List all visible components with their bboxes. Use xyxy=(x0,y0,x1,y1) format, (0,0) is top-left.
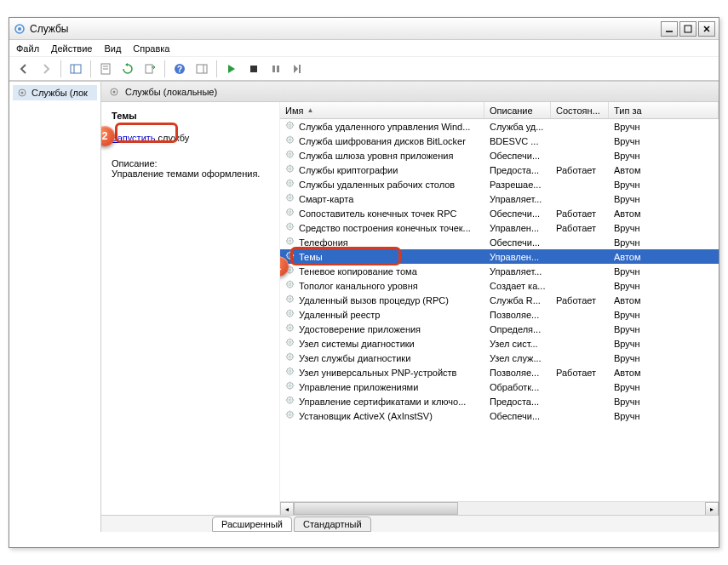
service-description: Обеспечи... xyxy=(484,237,551,248)
svg-rect-3 xyxy=(685,26,691,32)
pane-header: Службы (локальные) xyxy=(101,82,719,102)
description-text: Управление темами оформления. xyxy=(112,168,269,179)
menu-action[interactable]: Действие xyxy=(51,43,92,54)
service-name: Средство построения конечных точек... xyxy=(299,223,471,233)
column-startup-type[interactable]: Тип за xyxy=(609,102,719,118)
view-tabs: Расширенный Стандартный xyxy=(101,515,719,532)
column-state[interactable]: Состоян... xyxy=(551,102,609,118)
service-row[interactable]: Средство построения конечных точек...Упр… xyxy=(280,220,719,235)
service-name: Служба шлюза уровня приложения xyxy=(299,151,453,161)
separator xyxy=(60,60,61,77)
service-row[interactable]: Теневое копирование томаУправляет...Вруч… xyxy=(280,264,719,278)
service-description: Управляет... xyxy=(484,266,551,277)
svg-point-31 xyxy=(289,225,291,227)
service-description: Позволяе... xyxy=(484,310,551,320)
svg-point-37 xyxy=(289,311,291,314)
service-row[interactable]: Удостоверение приложенияОпределя...Вручн xyxy=(280,322,719,336)
svg-point-1 xyxy=(18,27,21,31)
service-name: Темы xyxy=(299,252,323,262)
menu-view[interactable]: Вид xyxy=(104,43,121,54)
service-list[interactable]: Служба удаленного управления Wind...Служ… xyxy=(280,119,719,501)
menu-help[interactable]: Справка xyxy=(133,43,169,54)
gear-icon xyxy=(284,410,295,422)
service-row[interactable]: Службы удаленных рабочих столовРазрешае.… xyxy=(280,177,719,191)
service-startup-type: Вручн xyxy=(609,237,719,248)
tab-standard[interactable]: Стандартный xyxy=(294,516,371,532)
svg-rect-17 xyxy=(272,66,275,72)
service-description: Служба R... xyxy=(484,295,551,305)
start-service-button[interactable] xyxy=(222,60,241,78)
service-description: Управлен... xyxy=(484,252,551,262)
start-service-link[interactable]: Запустить xyxy=(112,133,156,143)
service-row[interactable]: Управление приложениямиОбработк...Вручн xyxy=(280,380,719,394)
column-description[interactable]: Описание xyxy=(484,102,551,118)
gear-icon xyxy=(284,367,295,379)
gear-icon xyxy=(284,135,295,147)
scroll-track[interactable] xyxy=(294,502,705,515)
service-row[interactable]: ТемыУправлен...Автом xyxy=(280,249,719,264)
svg-point-33 xyxy=(289,254,291,256)
pause-service-button[interactable] xyxy=(267,60,285,78)
refresh-button[interactable] xyxy=(118,60,137,78)
scroll-right-button[interactable]: ▸ xyxy=(705,502,719,515)
titlebar[interactable]: Службы xyxy=(9,18,719,40)
show-hide-tree-button[interactable] xyxy=(66,60,85,78)
service-row[interactable]: Узел системы диагностикиУзел сист...Вруч… xyxy=(280,336,719,351)
service-row[interactable]: Служба шлюза уровня приложенияОбеспечи..… xyxy=(280,148,719,163)
service-row[interactable]: ТелефонияОбеспечи...Вручн xyxy=(280,235,719,249)
service-row[interactable]: Сопоставитель конечных точек RPCОбеспечи… xyxy=(280,206,719,220)
service-description: Разрешае... xyxy=(484,180,551,190)
service-startup-type: Автом xyxy=(609,165,719,175)
gear-icon xyxy=(284,323,295,335)
column-name[interactable]: Имя▲ xyxy=(280,102,484,118)
back-button[interactable] xyxy=(14,60,33,78)
service-name: Удаленный вызов процедур (RPC) xyxy=(299,295,449,305)
service-startup-type: Вручн xyxy=(609,353,719,363)
menu-file[interactable]: Файл xyxy=(16,43,39,54)
tab-extended[interactable]: Расширенный xyxy=(212,516,292,532)
service-row[interactable]: Узел службы диагностикиУзел служ...Вручн xyxy=(280,351,719,365)
action-pane-button[interactable] xyxy=(192,60,211,78)
service-name: Службы криптографии xyxy=(299,165,398,175)
service-row[interactable]: Управление сертификатами и ключо...Предо… xyxy=(280,394,719,408)
gear-icon xyxy=(284,179,295,191)
minimize-button[interactable] xyxy=(661,21,678,37)
restart-service-button[interactable] xyxy=(289,60,307,78)
tree-root-services[interactable]: Службы (лок xyxy=(13,85,97,100)
service-startup-type: Вручн xyxy=(609,397,719,407)
service-row[interactable]: Служба шифрования дисков BitLockerBDESVC… xyxy=(280,134,719,148)
service-description: Позволяе... xyxy=(484,368,551,378)
svg-point-30 xyxy=(289,210,291,213)
scroll-left-button[interactable]: ◂ xyxy=(280,502,294,515)
export-button[interactable] xyxy=(140,60,159,78)
service-row[interactable]: Установщик ActiveX (AxInstSV)Обеспечи...… xyxy=(280,408,719,423)
forward-button[interactable] xyxy=(37,60,55,78)
service-row[interactable]: Удаленный реестрПозволяе...Вручн xyxy=(280,307,719,322)
service-row[interactable]: Удаленный вызов процедур (RPC)Служба R..… xyxy=(280,293,719,307)
properties-button[interactable] xyxy=(96,60,115,78)
service-row[interactable]: Службы криптографииПредоста...РаботаетАв… xyxy=(280,163,719,177)
service-name: Узел универсальных PNP-устройств xyxy=(299,368,456,378)
service-row[interactable]: Тополог канального уровняСоздает ка...Вр… xyxy=(280,278,719,293)
help-button[interactable]: ? xyxy=(170,60,189,78)
horizontal-scrollbar[interactable]: ◂ ▸ xyxy=(280,501,719,515)
service-row[interactable]: Служба удаленного управления Wind...Служ… xyxy=(280,119,719,134)
scroll-thumb[interactable] xyxy=(294,502,458,515)
svg-text:?: ? xyxy=(177,65,182,74)
close-button[interactable] xyxy=(698,21,715,37)
window-title: Службы xyxy=(30,23,661,35)
navigation-tree[interactable]: Службы (лок xyxy=(9,82,101,532)
stop-service-button[interactable] xyxy=(244,60,263,78)
service-description: Управлен... xyxy=(484,223,551,233)
svg-point-39 xyxy=(289,340,291,343)
service-row[interactable]: Узел универсальных PNP-устройствПозволяе… xyxy=(280,365,719,380)
maximize-button[interactable] xyxy=(679,21,696,37)
gear-icon xyxy=(284,222,295,234)
service-list-pane: Имя▲ Описание Состоян... Тип за Служба у… xyxy=(280,102,719,515)
separator xyxy=(90,60,91,77)
service-row[interactable]: Смарт-картаУправляет...Вручн xyxy=(280,191,719,206)
service-name: Тополог канального уровня xyxy=(299,281,418,291)
svg-point-25 xyxy=(289,138,291,140)
service-name: Службы удаленных рабочих столов xyxy=(299,180,455,190)
services-icon xyxy=(108,86,120,98)
